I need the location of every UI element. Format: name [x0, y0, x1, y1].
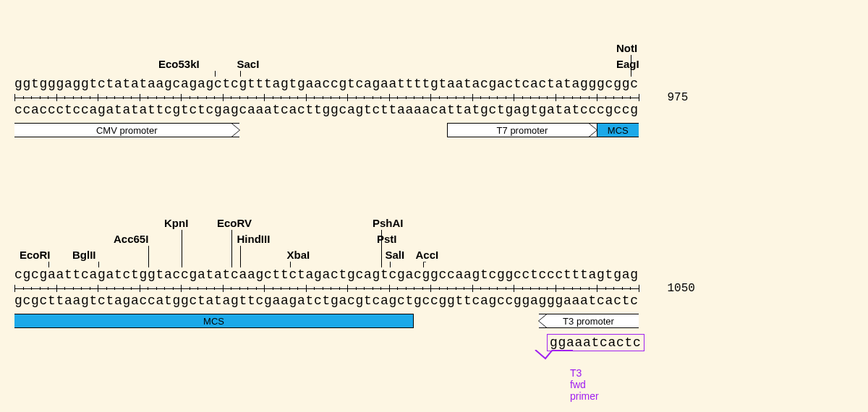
- enzyme-label: KpnI: [164, 217, 188, 229]
- feature-annotation: MCS: [14, 314, 414, 328]
- enzyme-stem: [98, 262, 99, 267]
- enzyme-label: EagI: [616, 58, 639, 70]
- feature-annotation: MCS: [597, 123, 639, 137]
- primer-label: T3 fwd primer: [570, 367, 599, 402]
- enzyme-stem: [423, 262, 424, 267]
- feature-annotation: CMV promoter: [14, 123, 239, 137]
- sequence-bottom-strand: gcgcttaagtctagaccatggctatagttcgaagatctga…: [14, 293, 639, 308]
- sequence-ruler: [14, 93, 639, 103]
- enzyme-label: Eco53kI: [158, 58, 200, 70]
- enzyme-stem: [182, 230, 182, 267]
- enzyme-stem: [148, 246, 149, 267]
- enzyme-stem: [240, 71, 241, 77]
- enzyme-label: EcoRV: [217, 217, 252, 229]
- enzyme-stem: [290, 262, 291, 267]
- enzyme-label: EcoRI: [20, 249, 51, 261]
- primer-sequence: ggaaatcactc: [547, 334, 644, 351]
- enzyme-stem: [231, 230, 232, 267]
- feature-annotation: T7 promoter: [447, 123, 597, 137]
- enzyme-label: NotI: [616, 42, 637, 54]
- enzyme-label: HindIII: [237, 233, 271, 245]
- position-label: 1050: [668, 282, 695, 295]
- enzyme-label: Acc65I: [114, 233, 148, 245]
- enzyme-stem: [631, 71, 631, 77]
- enzyme-label: SacI: [237, 58, 260, 70]
- enzyme-stem: [240, 246, 241, 267]
- enzyme-label: AccI: [416, 249, 439, 261]
- enzyme-stem: [390, 262, 391, 267]
- primer-arrow-icon: [531, 350, 574, 366]
- position-label: 975: [668, 91, 689, 104]
- enzyme-label: SalI: [386, 249, 405, 261]
- enzyme-stem: [48, 262, 49, 267]
- sequence-ruler: [14, 283, 639, 293]
- enzyme-stem: [381, 246, 382, 267]
- enzyme-label: BglII: [72, 249, 96, 261]
- enzyme-stem: [215, 71, 216, 77]
- feature-annotation: T3 promoter: [539, 314, 639, 328]
- sequence-top-strand: cgcgaattcagatctggtaccgatatcaagcttctagact…: [14, 267, 639, 282]
- enzyme-label: XbaI: [287, 249, 310, 261]
- sequence-bottom-strand: ccaccctccagatatattcgtctcgagcaaatcacttggc…: [14, 103, 639, 117]
- enzyme-label: PstI: [377, 233, 397, 245]
- enzyme-label: PshAI: [373, 217, 404, 229]
- sequence-top-strand: ggtgggaggtctatataagcagagctcgtttagtgaaccg…: [14, 77, 639, 91]
